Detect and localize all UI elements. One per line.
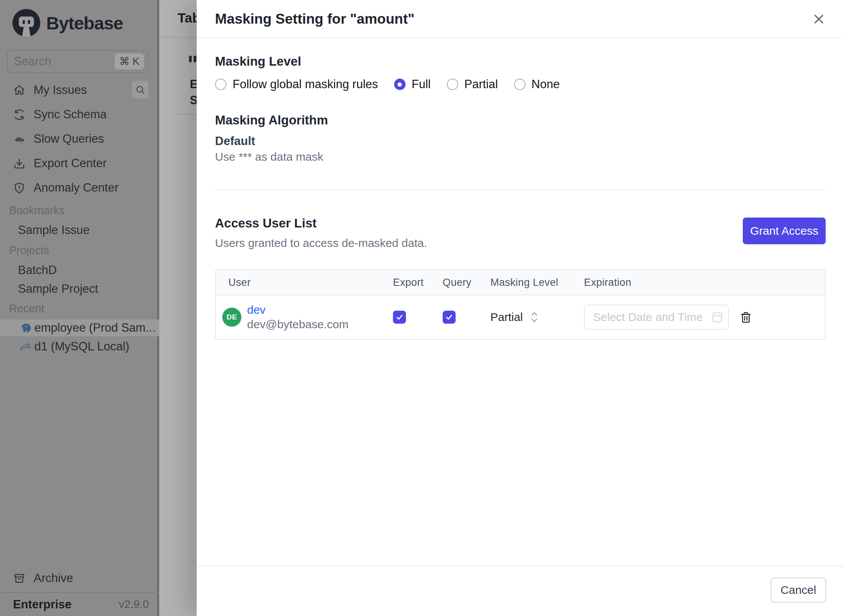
query-cell <box>433 295 481 339</box>
close-icon <box>812 13 825 26</box>
download-icon <box>13 158 25 169</box>
background-clipped-label-1: E <box>190 77 197 91</box>
shield-alert-icon <box>13 182 25 194</box>
column-header-user: User <box>216 270 384 295</box>
cancel-button[interactable]: Cancel <box>771 577 826 603</box>
archive-icon <box>13 572 25 584</box>
radio-option-follow-global[interactable]: Follow global masking rules <box>215 77 378 91</box>
delete-access-button[interactable] <box>740 311 752 324</box>
section-label-projects: Projects <box>9 244 49 257</box>
masking-level-cell: Partial <box>481 295 575 339</box>
background-page-title: Tab <box>178 10 197 26</box>
chevron-up-down-icon <box>530 311 538 324</box>
clipped-icon <box>189 56 196 62</box>
column-header-actions <box>735 270 825 295</box>
sidebar-footer: Enterprise v2.9.0 <box>0 592 159 616</box>
search-icon <box>135 85 145 95</box>
user-cell: DE dev dev@bytebase.com <box>216 295 384 339</box>
masking-level-select[interactable]: Partial <box>490 311 538 324</box>
access-user-table: User Export Query Masking Level Expirati… <box>215 269 826 340</box>
access-user-list-heading: Access User List <box>215 216 317 231</box>
masking-algorithm-heading: Masking Algorithm <box>215 113 328 127</box>
sidebar-item-sample-issue[interactable]: Sample Issue <box>18 223 90 237</box>
algorithm-name: Default <box>215 134 255 148</box>
actions-cell <box>735 295 825 339</box>
algorithm-description: Use *** as data mask <box>215 150 323 163</box>
drawer-title: Masking Setting for "amount" <box>215 0 414 38</box>
access-user-list-subtitle: Users granted to access de-masked data. <box>215 237 427 250</box>
drawer-header: Masking Setting for "amount" <box>197 0 844 38</box>
expiration-input[interactable] <box>584 305 729 330</box>
table-row: DE dev dev@bytebase.com <box>216 295 825 339</box>
search-input[interactable]: Search ⌘ K <box>7 50 149 73</box>
home-icon <box>13 84 25 96</box>
background-page: Tab E S <box>159 0 197 616</box>
sidebar-item-export-center[interactable]: Export Center <box>0 151 159 176</box>
column-header-export: Export <box>384 270 433 295</box>
section-label-bookmarks: Bookmarks <box>9 204 65 217</box>
masking-setting-drawer: Masking Setting for "amount" Masking Lev… <box>197 0 844 616</box>
search-shortcut-badge: ⌘ K <box>115 53 144 69</box>
avatar: DE <box>222 308 241 327</box>
sidebar-item-d1-db[interactable]: d1 (MySQL Local) <box>0 338 159 355</box>
version-label: v2.9.0 <box>119 598 149 611</box>
check-icon <box>445 313 453 321</box>
plan-label: Enterprise <box>13 598 71 611</box>
sidebar-item-anomaly-center[interactable]: Anomaly Center <box>0 176 159 200</box>
trash-icon <box>740 311 752 324</box>
radio-option-none[interactable]: None <box>514 77 560 91</box>
column-header-masking-level: Masking Level <box>481 270 575 295</box>
table-header-row: User Export Query Masking Level Expirati… <box>216 270 825 295</box>
export-cell <box>384 295 433 339</box>
query-checkbox[interactable] <box>443 311 456 324</box>
export-checkbox[interactable] <box>393 311 406 324</box>
search-placeholder: Search <box>14 55 115 68</box>
expiration-cell <box>575 295 735 339</box>
column-header-query: Query <box>433 270 481 295</box>
check-icon <box>395 313 404 321</box>
sidebar-item-slow-queries[interactable]: Slow Queries <box>0 127 159 151</box>
section-label-recent: Recent <box>9 302 44 315</box>
drawer-footer: Cancel <box>197 566 844 616</box>
sidebar: Bytebase Search ⌘ K My Issues Sync Schem… <box>0 0 159 616</box>
sync-icon <box>13 109 25 121</box>
brand-logo[interactable]: Bytebase <box>12 8 123 37</box>
turtle-icon <box>13 133 25 145</box>
masking-level-options: Follow global masking rules Full Partial… <box>215 77 560 91</box>
radio-option-full[interactable]: Full <box>394 77 431 91</box>
masking-level-heading: Masking Level <box>215 54 301 69</box>
sidebar-item-sync-schema[interactable]: Sync Schema <box>0 102 159 127</box>
issue-search-button[interactable] <box>132 81 149 98</box>
radio-full[interactable] <box>394 79 406 90</box>
app-root: Bytebase Search ⌘ K My Issues Sync Schem… <box>0 0 844 616</box>
user-email: dev@bytebase.com <box>247 318 349 331</box>
grant-access-button[interactable]: Grant Access <box>743 218 826 244</box>
close-button[interactable] <box>810 11 827 27</box>
radio-follow-global[interactable] <box>215 79 226 90</box>
brand-name: Bytebase <box>46 13 123 34</box>
sidebar-item-sample-project[interactable]: Sample Project <box>18 282 98 296</box>
sidebar-item-archive[interactable]: Archive <box>0 566 159 590</box>
sidebar-item-employee-db[interactable]: employee (Prod Sam... <box>0 319 159 336</box>
column-header-expiration: Expiration <box>575 270 735 295</box>
background-clipped-label-2: S <box>190 94 197 107</box>
section-divider <box>215 189 826 190</box>
bytebase-logo-icon <box>12 8 41 37</box>
radio-option-partial[interactable]: Partial <box>447 77 498 91</box>
radio-none[interactable] <box>514 79 525 90</box>
radio-partial[interactable] <box>447 79 458 90</box>
mysql-icon <box>19 341 31 353</box>
user-name-link[interactable]: dev <box>247 303 349 316</box>
background-divider <box>177 114 197 115</box>
postgresql-icon <box>19 322 31 334</box>
sidebar-item-batchd[interactable]: BatchD <box>18 263 57 277</box>
